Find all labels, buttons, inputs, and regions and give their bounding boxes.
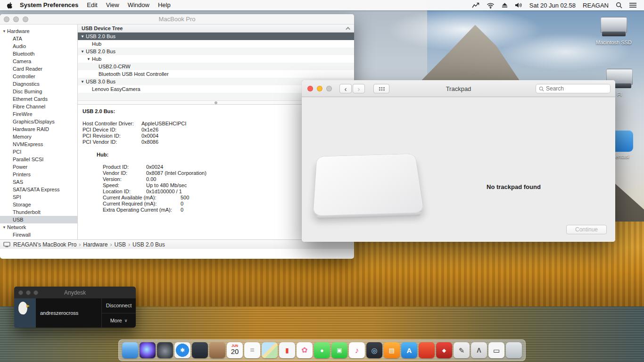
sidebar-item-disc-burning[interactable]: Disc Burning [0, 88, 77, 95]
dock: ✱ JUN 20 ≡ ▮ ✿ ● ▣ ♪ ◎ ▤ A ◆ ✎ Λ ▭ [118, 339, 526, 361]
sidebar-item-graphics-displays[interactable]: Graphics/Displays [0, 118, 77, 125]
tree-row-usb2-bus-1[interactable]: USB 2.0 Bus [78, 33, 354, 40]
dock-icon-photos[interactable]: ✿ [297, 342, 313, 358]
menu-window[interactable]: Window [124, 0, 154, 10]
chevron-right-icon: › [358, 85, 360, 92]
dock-icon-maps[interactable] [262, 342, 278, 358]
tree-row-usb-crw[interactable]: USB2.0-CRW [78, 63, 354, 70]
menu-system-preferences[interactable]: System Preferences [16, 0, 83, 10]
back-button[interactable]: ‹ [339, 84, 352, 93]
dock-icon-app-store[interactable]: A [401, 342, 417, 358]
sidebar-item-card-reader[interactable]: Card Reader [0, 65, 77, 73]
sidebar-item-diagnostics[interactable]: Diagnostics [0, 80, 77, 88]
show-all-button[interactable] [373, 84, 389, 93]
detail-label: Extra Operating Current (mA): [103, 207, 181, 213]
menu-edit[interactable]: Edit [83, 0, 101, 10]
dock-icon-red-app-1[interactable] [419, 342, 435, 358]
sidebar-item-sas[interactable]: SAS [0, 178, 77, 186]
minimize-button[interactable] [317, 86, 322, 91]
sidebar-item-spi[interactable]: SPI [0, 193, 77, 201]
dock-icon-pen-app[interactable]: ✎ [454, 342, 470, 358]
dock-icon-ibooks[interactable]: ▤ [384, 342, 400, 358]
dock-icon-itunes[interactable]: ♪ [349, 342, 365, 358]
sidebar-item-camera[interactable]: Camera [0, 58, 77, 65]
trackpad-illustration [313, 154, 424, 216]
forward-button[interactable]: › [353, 84, 365, 93]
sidebar-item-audio[interactable]: Audio [0, 42, 77, 50]
volume-icon[interactable] [513, 2, 524, 8]
sidebar-item-firewall[interactable]: Firewall [0, 231, 77, 239]
apple-menu[interactable] [0, 2, 16, 9]
dock-icon-facetime[interactable]: ▣ [331, 342, 347, 358]
dock-icon-messages[interactable]: ● [314, 342, 330, 358]
dock-icon-thermometer-app[interactable]: ▮ [279, 342, 295, 358]
sidebar-item-fibre-channel[interactable]: Fibre Channel [0, 103, 77, 110]
menu-bar: System Preferences Edit View Window Help… [0, 0, 644, 10]
search-input[interactable] [546, 85, 607, 92]
sidebar-item-power[interactable]: Power [0, 163, 77, 171]
sidebar-item-sata[interactable]: SATA/SATA Express [0, 186, 77, 193]
more-button[interactable]: More ∨ [102, 313, 136, 328]
sidebar-item-storage[interactable]: Storage [0, 201, 77, 208]
anydesk-window: Anydesk andreszerocross Disconnect More … [14, 287, 136, 328]
dock-icon-red-app-2[interactable]: ◆ [436, 342, 452, 358]
sidebar-item-thunderbolt[interactable]: Thunderbolt [0, 208, 77, 216]
sidebar-item-printers[interactable]: Printers [0, 171, 77, 178]
dock-icon-easel-app[interactable]: Λ [471, 342, 487, 358]
menu-bar-clock[interactable]: Sat 20 Jun 02.58 [528, 2, 578, 9]
zoom-button[interactable] [326, 86, 332, 91]
titlebar[interactable]: ‹ › Trackpad [302, 80, 615, 97]
dock-icon-contacts[interactable] [209, 342, 225, 358]
menu-view[interactable]: View [102, 0, 124, 10]
sidebar-item-usb[interactable]: USB [0, 216, 77, 223]
tree-row-hub-2[interactable]: Hub [78, 55, 354, 63]
stats-icon[interactable] [470, 2, 481, 8]
dock-icon-trash[interactable] [506, 342, 522, 358]
dock-icon-photo-booth[interactable]: ◎ [366, 342, 382, 358]
sidebar-item-parallel-scsi[interactable]: Parallel SCSI [0, 156, 77, 163]
sidebar-item-ethernet-cards[interactable]: Ethernet Cards [0, 95, 77, 103]
sidebar-item-ata[interactable]: ATA [0, 35, 77, 42]
titlebar[interactable]: Anydesk [14, 287, 136, 298]
sidebar-item-controller[interactable]: Controller [0, 73, 77, 80]
tree-row-hub-1[interactable]: Hub [78, 40, 354, 48]
dock-icon-mail[interactable] [192, 342, 208, 358]
close-button[interactable] [307, 86, 313, 91]
search-field[interactable] [536, 84, 611, 93]
detail-label: Version: [103, 176, 146, 182]
sidebar-item-firewire[interactable]: FireWire [0, 110, 77, 118]
sidebar-item-hardware-raid[interactable]: Hardware RAID [0, 125, 77, 133]
menu-bar-user[interactable]: REAGAN [581, 2, 611, 9]
disconnect-button[interactable]: Disconnect [102, 298, 136, 313]
trackpad-pane-content: No trackpad found Continue [302, 97, 615, 242]
dock-icon-display-app[interactable]: ▭ [488, 342, 504, 358]
sidebar-item-bluetooth[interactable]: Bluetooth [0, 50, 77, 58]
dock-icon-siri[interactable] [140, 342, 156, 358]
sidebar-item-locations[interactable]: Locations [0, 239, 77, 239]
detail-label: PCI Vendor ID: [83, 139, 141, 145]
continue-button[interactable]: Continue [566, 225, 607, 234]
breadcrumb-item: USB [114, 241, 126, 248]
sidebar-item-pci[interactable]: PCI [0, 148, 77, 156]
dock-icon-calendar[interactable]: JUN 20 [227, 342, 243, 358]
collapse-chevron-icon[interactable] [346, 26, 350, 31]
notification-center-icon[interactable] [627, 2, 638, 8]
dock-icon-safari[interactable]: ✱ [174, 342, 190, 358]
sidebar-item-nvmexpress[interactable]: NVMExpress [0, 140, 77, 148]
tree-row-bluetooth-controller[interactable]: Bluetooth USB Host Controller [78, 70, 354, 78]
menu-help[interactable]: Help [154, 0, 175, 10]
desktop-icon-macintosh-ssd[interactable]: Macintosh SSD [595, 17, 633, 45]
spotlight-search-icon[interactable] [614, 2, 624, 8]
sidebar-item-memory[interactable]: Memory [0, 133, 77, 140]
sidebar-section-network[interactable]: Network [0, 223, 77, 231]
dock-icon-reminders[interactable]: ≡ [244, 342, 260, 358]
dock-icon-launchpad[interactable] [157, 342, 173, 358]
titlebar[interactable]: MacBook Pro [0, 14, 354, 25]
usb-device-tree-header: USB Device Tree [78, 25, 354, 33]
dock-icon-finder[interactable] [122, 342, 138, 358]
tree-row-usb2-bus-2[interactable]: USB 2.0 Bus [78, 48, 354, 55]
eject-icon[interactable] [500, 2, 510, 8]
avatar [14, 298, 36, 328]
wifi-icon[interactable] [485, 2, 496, 8]
sidebar-section-hardware[interactable]: Hardware [0, 27, 77, 35]
